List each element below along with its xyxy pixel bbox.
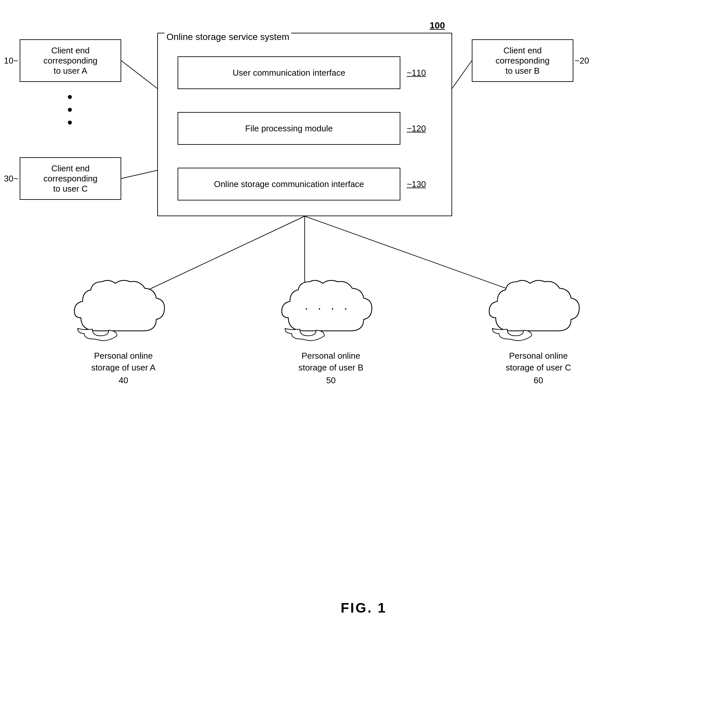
cloud-a-item: Personal onlinestorage of user A 40 <box>58 275 189 385</box>
svg-line-0 <box>121 61 157 89</box>
cloud-b-item: Personal onlinestorage of user B 50 <box>265 275 396 385</box>
file-proc-label: File processing module <box>245 124 333 134</box>
ref-130: ~130 <box>407 179 426 190</box>
cloud-container: Personal onlinestorage of user A 40 Pers… <box>20 275 642 385</box>
ref-10: 10~ <box>4 56 18 66</box>
client-a-box: 10~ Client end correspondingto user A <box>20 39 121 82</box>
cloud-c-shape <box>486 275 591 347</box>
ref-110-tilde: ~ <box>407 68 411 78</box>
client-c-box: 30~ Client end correspondingto user C <box>20 157 121 200</box>
vertical-dots: ●●● <box>67 90 73 129</box>
user-comm-module: User communication interface ~110 <box>177 57 401 89</box>
svg-line-2 <box>452 61 472 89</box>
client-b-label: Client end correspondingto user B <box>477 46 568 76</box>
user-comm-label: User communication interface <box>232 68 345 78</box>
cloud-c-item: Personal onlinestorage of user C 60 <box>473 275 604 385</box>
diagram-container: Online storage service system 100 User c… <box>20 20 708 642</box>
ref-60: 60 <box>534 375 543 385</box>
online-storage-comm-module: Online storage communication interface ~… <box>177 168 401 200</box>
cloud-a-label: Personal onlinestorage of user A <box>91 350 156 374</box>
online-storage-comm-label: Online storage communication interface <box>214 179 364 190</box>
ref-50: 50 <box>326 375 336 385</box>
ref-20: ~20 <box>575 56 589 66</box>
cloud-a-shape <box>71 275 176 347</box>
cloud-b-label: Personal onlinestorage of user B <box>298 350 363 374</box>
ref-100: 100 <box>430 20 445 31</box>
client-c-label: Client end correspondingto user C <box>25 164 116 194</box>
client-a-label: Client end correspondingto user A <box>25 46 116 76</box>
ref-110: ~110 <box>407 68 426 78</box>
main-system-label: Online storage service system <box>164 32 291 42</box>
svg-line-1 <box>121 170 157 179</box>
ref-40: 40 <box>119 375 128 385</box>
figure-label: FIG. 1 <box>341 600 387 616</box>
main-system-box: Online storage service system 100 User c… <box>157 33 452 216</box>
ref-120: ~120 <box>407 124 426 134</box>
ref-30: 30~ <box>4 174 18 184</box>
file-proc-module: File processing module ~120 <box>177 112 401 145</box>
cloud-dots: · · · · <box>305 301 350 315</box>
client-b-box: Client end correspondingto user B ~20 <box>472 39 574 82</box>
cloud-c-label: Personal onlinestorage of user C <box>506 350 571 374</box>
